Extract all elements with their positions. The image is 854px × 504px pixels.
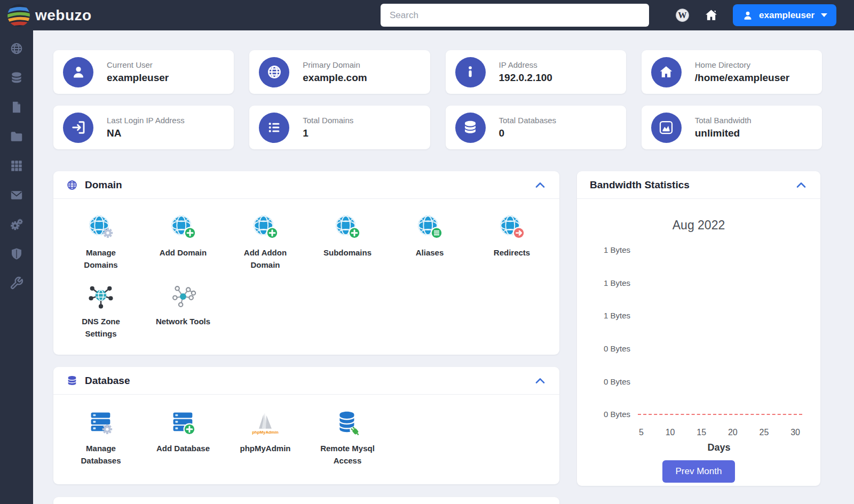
feature-tile-label: Network Tools	[156, 316, 210, 328]
dns-network-icon	[87, 283, 115, 310]
stat-card-label: Current User	[107, 60, 169, 69]
feature-tile-label: Subdomains	[323, 247, 371, 259]
domain-panel-title: Domain	[85, 179, 122, 191]
chart-title: Aug 2022	[590, 218, 808, 233]
sidebar-item-apps[interactable]	[0, 151, 33, 180]
stat-card-icon-circle	[63, 57, 93, 87]
stat-card-label: IP Address	[499, 60, 552, 69]
x-axis-tick: 25	[760, 428, 769, 437]
stat-card-label: Home Directory	[695, 60, 789, 69]
sidebar-item-security[interactable]	[0, 239, 33, 268]
feature-tile[interactable]: Add Addon Domain	[224, 210, 306, 278]
feature-tile[interactable]: Manage Domains	[60, 210, 142, 278]
feature-tile[interactable]: Add Database	[142, 405, 224, 474]
x-axis-label: Days	[630, 442, 808, 453]
search-bar	[381, 4, 649, 27]
feature-tile-label: Add Database	[156, 443, 210, 455]
list-icon	[266, 119, 282, 135]
stat-card-label: Total Bandwidth	[695, 116, 752, 125]
search-input[interactable]	[381, 4, 649, 27]
database-panel: Database Manage Databases Ad	[53, 367, 559, 484]
feature-tile-label: Remote Mysql Access	[318, 443, 377, 467]
x-axis-tick: 10	[666, 428, 675, 437]
caret-down-icon	[821, 13, 827, 17]
feature-tile[interactable]: Aliases	[389, 210, 471, 278]
stat-card-label: Total Databases	[499, 116, 557, 125]
feature-tile[interactable]: Add Domain	[142, 210, 224, 278]
feature-tile[interactable]: Redirects	[471, 210, 553, 278]
home-icon[interactable]	[704, 8, 718, 22]
settings-icon	[10, 218, 23, 231]
sidebar-item-databases[interactable]	[0, 63, 33, 92]
database-plug-icon	[334, 410, 361, 437]
home-icon	[658, 64, 674, 80]
login-icon	[70, 119, 86, 135]
stat-card: Total Bandwidth unlimited	[642, 106, 822, 149]
stat-card-value: 0	[499, 127, 557, 139]
stat-card-value: unlimited	[695, 127, 752, 139]
svg-text:phpMyAdmin: phpMyAdmin	[252, 430, 279, 435]
sidebar-item-email[interactable]	[0, 180, 33, 210]
stat-card-label: Primary Domain	[303, 60, 367, 69]
stat-card-icon-circle	[455, 113, 486, 143]
globe-arrow-icon	[498, 214, 526, 242]
y-axis-tick: 0 Bytes	[590, 377, 630, 386]
chart-icon	[658, 119, 674, 135]
database-panel-header: Database	[53, 367, 559, 395]
x-axis-tick: 20	[728, 428, 738, 437]
mail-icon	[10, 188, 23, 202]
next-panel-partial	[53, 497, 559, 504]
domain-panel: Domain Manage Domains Add Do	[53, 171, 559, 355]
stat-card-value: exampleuser	[107, 72, 169, 84]
bandwidth-panel-title: Bandwidth Statistics	[590, 179, 690, 191]
sidebar	[0, 30, 33, 504]
stat-card-icon-circle	[259, 57, 289, 87]
webuzo-sphere-icon	[7, 4, 30, 27]
svg-text:W: W	[678, 10, 687, 20]
feature-tile[interactable]: phpMyAdmin phpMyAdmin	[224, 405, 306, 474]
database-icon	[10, 71, 23, 85]
stat-card: Total Databases 0	[446, 106, 626, 149]
sidebar-item-tools[interactable]	[0, 268, 33, 298]
wordpress-icon[interactable]: W	[675, 8, 690, 22]
stat-card: Total Domains 1	[249, 106, 430, 149]
stat-card: Current User exampleuser	[53, 50, 234, 94]
globe-plus-icon	[169, 214, 197, 242]
feature-tile[interactable]: Network Tools	[142, 278, 224, 347]
bandwidth-chart: Aug 2022 1 Bytes 1 Bytes 1 Bytes 0 Bytes…	[577, 218, 820, 483]
stat-card-icon-circle	[651, 57, 682, 87]
feature-tile[interactable]: Remote Mysql Access	[306, 405, 389, 474]
domain-collapse-icon[interactable]	[534, 179, 547, 191]
feature-tile-label: Manage Domains	[71, 247, 131, 271]
bandwidth-panel-header: Bandwidth Statistics	[577, 171, 820, 199]
phpmyadmin-icon: phpMyAdmin	[251, 410, 279, 437]
database-collapse-icon[interactable]	[534, 374, 547, 387]
stat-card-value: example.com	[303, 72, 367, 84]
globe-equal-icon	[416, 214, 444, 242]
globe-icon	[266, 64, 282, 80]
zero-bandwidth-dashed-line	[638, 414, 802, 415]
sidebar-item-settings[interactable]	[0, 210, 33, 239]
user-icon	[70, 64, 86, 80]
stat-card-icon-circle	[259, 113, 289, 143]
feature-tile-label: Redirects	[494, 247, 530, 259]
globe-plus-icon	[334, 214, 361, 242]
feature-tile[interactable]: Subdomains	[306, 210, 389, 278]
navbar-actions: W exampleuser	[675, 4, 854, 26]
database-icon	[462, 119, 478, 135]
stat-card: IP Address 192.0.2.100	[446, 50, 626, 94]
webuzo-logo[interactable]: webuzo	[0, 4, 92, 27]
database-panel-title: Database	[85, 375, 130, 387]
feature-tile[interactable]: Manage Databases	[60, 405, 142, 474]
prev-month-button[interactable]: Prev Month	[662, 460, 736, 483]
sidebar-item-domains[interactable]	[0, 34, 33, 63]
main-content: Current User exampleuser Primary Domain …	[33, 30, 854, 504]
y-axis-tick: 1 Bytes	[590, 278, 630, 287]
stat-card-value: 1	[303, 127, 353, 139]
bandwidth-collapse-icon[interactable]	[795, 179, 808, 191]
sidebar-item-folders[interactable]	[0, 122, 33, 151]
sidebar-item-files[interactable]	[0, 92, 33, 122]
user-menu-button[interactable]: exampleuser	[733, 4, 836, 26]
y-axis-tick: 0 Bytes	[590, 410, 630, 419]
feature-tile[interactable]: DNS Zone Settings	[60, 278, 142, 347]
